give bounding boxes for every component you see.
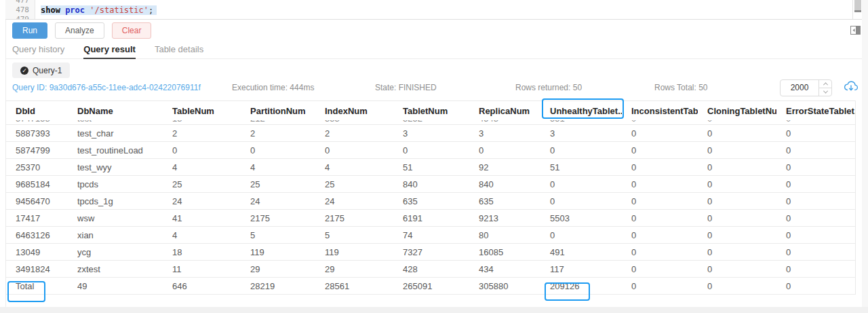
- cell: 80: [469, 227, 540, 244]
- cell: 3: [540, 125, 622, 142]
- cell: 9213: [469, 210, 540, 227]
- collapse-panel-icon[interactable]: [850, 26, 861, 35]
- column-header: TabletNum: [393, 101, 469, 120]
- cell: ycg: [68, 244, 163, 261]
- cell: 0: [622, 227, 698, 244]
- query-chip[interactable]: ✓ Query-1: [12, 62, 70, 78]
- cell: test_routineLoad: [68, 142, 163, 159]
- selected-code: show proc '/statistic';: [41, 5, 157, 15]
- cell: 24: [241, 193, 315, 210]
- cell: 0: [776, 176, 855, 193]
- stepper-up-button[interactable]: [819, 80, 831, 88]
- cell: tpcds_1g: [68, 193, 163, 210]
- cell: 16085: [469, 244, 540, 261]
- cell: tpcds: [68, 176, 163, 193]
- cell: 24: [315, 193, 393, 210]
- table-row: 25370test_wyy444519251000: [6, 159, 855, 176]
- cell: 4: [163, 227, 241, 244]
- editor-scrollbar-thumb[interactable]: [854, 0, 861, 12]
- execution-time: Execution time: 444ms: [232, 83, 314, 92]
- cell: 0: [469, 142, 540, 159]
- cell: 117: [540, 261, 622, 278]
- cell: 51: [540, 159, 622, 176]
- cell: 5: [241, 227, 315, 244]
- cell: 0: [622, 142, 698, 159]
- cell: 3491824: [6, 261, 68, 278]
- query-id[interactable]: Query ID: 9a30d676-a55c-11ee-adc4-024220…: [12, 83, 201, 92]
- column-header: CloningTabletNum: [698, 101, 776, 120]
- cell: 0: [776, 159, 855, 176]
- cell: 0: [698, 278, 776, 295]
- sql-string: '/statistic': [90, 5, 149, 15]
- cell: 17417: [6, 210, 68, 227]
- code-text: show proc '/statistic';: [35, 5, 157, 15]
- cell: 0: [698, 159, 776, 176]
- sql-editor[interactable]: 477 478 show proc '/statistic'; 479: [5, 0, 862, 20]
- cell: 92: [469, 159, 540, 176]
- cell: 41: [163, 210, 241, 227]
- editor-viewport: 477 478 show proc '/statistic'; 479: [5, 0, 852, 20]
- cell: 0: [698, 210, 776, 227]
- cell: 119: [315, 244, 393, 261]
- cell: 5503: [540, 210, 622, 227]
- table-row: 3491824zxtest112929428434117000: [6, 261, 855, 278]
- cell: 0: [393, 142, 469, 159]
- horizontal-scrollbar-track[interactable]: [0, 307, 868, 313]
- sql-punctuation: ;: [149, 5, 153, 15]
- cell: xian: [68, 227, 163, 244]
- cell: 4: [241, 159, 315, 176]
- cell: 0: [698, 193, 776, 210]
- tab-query-result[interactable]: Query result: [83, 42, 136, 59]
- cell: 28561: [315, 278, 393, 295]
- cell: 51: [393, 159, 469, 176]
- cell: wsw: [68, 210, 163, 227]
- cell: 840: [393, 176, 469, 193]
- rows-total: Rows Total: 50: [654, 83, 708, 92]
- tab-table-details[interactable]: Table details: [155, 42, 203, 59]
- query-meta-row: Query ID: 9a30d676-a55c-11ee-adc4-024220…: [0, 83, 868, 94]
- cell: 5: [315, 227, 393, 244]
- cell: 9685184: [6, 176, 68, 193]
- cell: 0: [622, 193, 698, 210]
- cell: 25: [315, 176, 393, 193]
- cell: 5887393: [6, 125, 68, 142]
- cell: 0: [622, 159, 698, 176]
- check-circle-icon: ✓: [20, 67, 28, 75]
- clear-button[interactable]: Clear: [112, 22, 152, 39]
- table-header-row: DbIdDbNameTableNumPartitionNumIndexNumTa…: [6, 101, 855, 120]
- cell: 0: [540, 227, 622, 244]
- cell: 0: [698, 227, 776, 244]
- line-number: 479: [5, 15, 35, 20]
- column-header: PartitionNum: [241, 101, 315, 120]
- cell: 0: [776, 278, 855, 295]
- cell: 29: [315, 261, 393, 278]
- cell: 25370: [6, 159, 68, 176]
- cell: 0: [698, 176, 776, 193]
- cell: 0: [698, 125, 776, 142]
- cloud-download-icon[interactable]: [844, 80, 859, 94]
- rows-returned: Rows returned: 50: [515, 83, 582, 92]
- editor-scrollbar[interactable]: [852, 0, 862, 20]
- cell: 0: [776, 227, 855, 244]
- editor-line: 477: [5, 0, 852, 5]
- cell: 0: [163, 142, 241, 159]
- cell: 4: [163, 159, 241, 176]
- stepper-down-button[interactable]: [819, 88, 831, 96]
- editor-line: 479: [5, 15, 852, 20]
- query-result-table: DbIdDbNameTableNumPartitionNumIndexNumTa…: [5, 100, 856, 295]
- row-limit-input[interactable]: 2000: [780, 79, 832, 96]
- analyze-button[interactable]: Analyze: [55, 22, 104, 39]
- code-text: [35, 0, 41, 5]
- column-header: IndexNum: [315, 101, 393, 120]
- cell: 434: [469, 261, 540, 278]
- cell: 0: [540, 176, 622, 193]
- run-button[interactable]: Run: [12, 22, 47, 39]
- number-stepper: [818, 80, 831, 96]
- chevron-up-icon: [823, 82, 827, 87]
- cell: 0: [622, 244, 698, 261]
- cell: 4: [315, 159, 393, 176]
- page-scrollbar-track[interactable]: [862, 0, 868, 307]
- toolbar: Run Analyze Clear: [12, 22, 151, 39]
- row-limit-value[interactable]: 2000: [781, 80, 818, 96]
- tab-query-history[interactable]: Query history: [12, 42, 64, 59]
